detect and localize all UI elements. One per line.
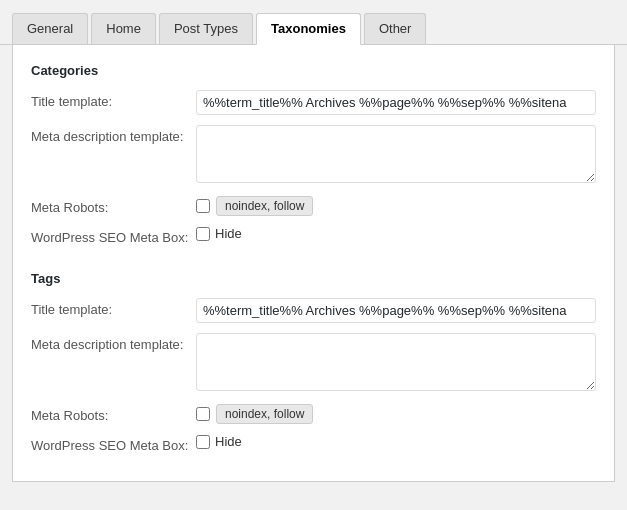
tags-meta-desc-label: Meta description template: <box>31 333 196 352</box>
categories-title-template-input[interactable] <box>196 90 596 115</box>
categories-meta-desc-label: Meta description template: <box>31 125 196 144</box>
content-area: Categories Title template: Meta descript… <box>12 45 615 482</box>
tags-meta-robots-wrap: noindex, follow <box>196 404 596 424</box>
categories-title-template-label: Title template: <box>31 90 196 109</box>
tab-other[interactable]: Other <box>364 13 427 44</box>
tags-meta-robots-row: Meta Robots: noindex, follow <box>31 404 596 424</box>
tags-meta-desc-control <box>196 333 596 394</box>
tags-meta-robots-control: noindex, follow <box>196 404 596 424</box>
categories-section-title: Categories <box>31 63 596 78</box>
categories-seo-metabox-row: WordPress SEO Meta Box: Hide <box>31 226 596 245</box>
tags-title-template-control <box>196 298 596 323</box>
categories-title-template-control <box>196 90 596 115</box>
categories-seo-metabox-hide-label: Hide <box>215 226 242 241</box>
tags-title-template-label: Title template: <box>31 298 196 317</box>
tags-seo-metabox-control: Hide <box>196 434 596 449</box>
tags-section-title: Tags <box>31 271 596 286</box>
tags-meta-robots-checkbox[interactable] <box>196 407 210 421</box>
tags-title-template-input[interactable] <box>196 298 596 323</box>
categories-seo-metabox-hide-wrap: Hide <box>196 226 596 241</box>
categories-meta-desc-control <box>196 125 596 186</box>
tags-seo-metabox-row: WordPress SEO Meta Box: Hide <box>31 434 596 453</box>
tags-title-template-row: Title template: <box>31 298 596 323</box>
categories-title-template-row: Title template: <box>31 90 596 115</box>
section-divider-1 <box>31 255 596 271</box>
tab-post-types[interactable]: Post Types <box>159 13 253 44</box>
categories-seo-metabox-label: WordPress SEO Meta Box: <box>31 226 196 245</box>
tab-bar: General Home Post Types Taxonomies Other <box>0 0 627 45</box>
tab-general[interactable]: General <box>12 13 88 44</box>
categories-meta-robots-control: noindex, follow <box>196 196 596 216</box>
tags-meta-robots-label: Meta Robots: <box>31 404 196 423</box>
categories-meta-desc-row: Meta description template: <box>31 125 596 186</box>
categories-seo-metabox-checkbox[interactable] <box>196 227 210 241</box>
tab-taxonomies[interactable]: Taxonomies <box>256 13 361 45</box>
categories-meta-robots-tag: noindex, follow <box>216 196 313 216</box>
tab-home[interactable]: Home <box>91 13 156 44</box>
tags-meta-robots-tag: noindex, follow <box>216 404 313 424</box>
categories-seo-metabox-control: Hide <box>196 226 596 241</box>
tags-seo-metabox-label: WordPress SEO Meta Box: <box>31 434 196 453</box>
categories-meta-robots-checkbox[interactable] <box>196 199 210 213</box>
categories-meta-robots-row: Meta Robots: noindex, follow <box>31 196 596 216</box>
tags-meta-desc-row: Meta description template: <box>31 333 596 394</box>
page-wrap: General Home Post Types Taxonomies Other… <box>0 0 627 482</box>
tags-seo-metabox-checkbox[interactable] <box>196 435 210 449</box>
categories-meta-desc-textarea[interactable] <box>196 125 596 183</box>
categories-meta-robots-wrap: noindex, follow <box>196 196 596 216</box>
tags-seo-metabox-hide-wrap: Hide <box>196 434 596 449</box>
tags-seo-metabox-hide-label: Hide <box>215 434 242 449</box>
categories-meta-robots-label: Meta Robots: <box>31 196 196 215</box>
tags-meta-desc-textarea[interactable] <box>196 333 596 391</box>
